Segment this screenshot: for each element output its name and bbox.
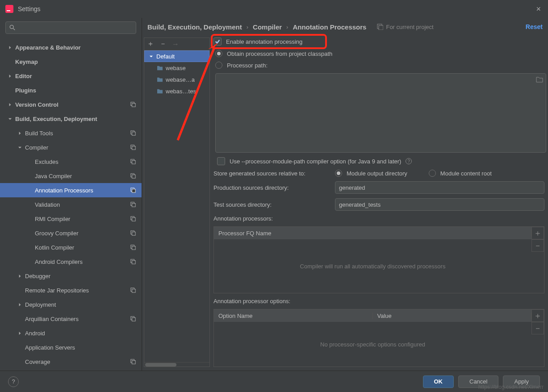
profile-default-label: Default — [156, 53, 175, 60]
nav-arquillian-containers[interactable]: Arquillian Containers — [0, 312, 142, 326]
obtain-radio[interactable] — [215, 50, 222, 57]
close-icon[interactable]: × — [534, 3, 543, 16]
nav-debugger[interactable]: Debugger — [0, 269, 142, 283]
svg-rect-31 — [132, 360, 135, 364]
prod-sources-input[interactable]: generated — [335, 181, 544, 194]
nav-label: Android — [25, 330, 137, 337]
project-scope-icon — [129, 145, 137, 150]
profiles-scrollbar[interactable] — [144, 362, 209, 367]
nav-label: Plugins — [15, 87, 137, 94]
svg-point-2 — [10, 25, 13, 29]
nav-label: RMI Compiler — [35, 216, 127, 222]
project-scope-icon — [129, 188, 137, 193]
nav-keymap[interactable]: Keymap — [0, 54, 142, 69]
nav-label: Kotlin Compiler — [35, 244, 127, 251]
crumb-build[interactable]: Build, Execution, Deployment — [147, 23, 242, 31]
ap-empty-text: Compiler will run all automatically disc… — [214, 239, 531, 293]
help-button[interactable]: ? — [8, 376, 19, 387]
app-icon — [5, 5, 13, 13]
profiles-toolbar: ＋ － → — [144, 38, 209, 50]
ok-button[interactable]: OK — [423, 375, 454, 388]
settings-search-input[interactable] — [5, 21, 136, 34]
remove-icon[interactable]: － — [159, 39, 167, 49]
nav-label: Excludes — [35, 158, 127, 165]
window-title: Settings — [18, 5, 41, 13]
watermark-text: https://blog.csdn.net/Xlmerr — [478, 384, 544, 390]
nav-version-control[interactable]: Version Control — [0, 97, 142, 112]
nav-android[interactable]: Android — [0, 326, 142, 340]
project-scope-icon — [129, 130, 137, 136]
move-to-icon: → — [172, 40, 179, 48]
nav-android-compilers[interactable]: Android Compilers — [0, 254, 142, 269]
profile-module-webase[interactable]: webase — [144, 62, 209, 74]
nav-coverage[interactable]: Coverage — [0, 354, 142, 369]
nav-annotation-processors[interactable]: Annotation Processors — [0, 183, 142, 197]
test-sources-row: Test sources directory: generated_tests — [213, 198, 544, 211]
project-scope-icon — [129, 159, 137, 164]
nav-label: Arquillian Containers — [25, 316, 127, 322]
browse-icon[interactable] — [536, 76, 543, 84]
options-panel: Enable annotation processing Obtain proc… — [213, 38, 544, 367]
nav-validation[interactable]: Validation — [0, 197, 142, 212]
enable-annotation-processing-row[interactable]: Enable annotation processing — [213, 38, 544, 46]
enable-checkbox[interactable] — [213, 38, 222, 46]
nav-plugins[interactable]: Plugins — [0, 83, 142, 97]
enable-label: Enable annotation processing — [226, 38, 302, 45]
obtain-processors-row[interactable]: Obtain processors from project classpath — [215, 50, 544, 57]
project-scope-icon — [129, 316, 137, 321]
module-path-label: Use --processor-module-path compiler opt… — [230, 158, 401, 165]
help-icon[interactable]: ? — [406, 158, 412, 164]
nav-label: Android Compilers — [35, 259, 127, 265]
profile-module-webastes[interactable]: webas…tes — [144, 85, 209, 97]
svg-rect-21 — [132, 232, 135, 235]
project-scope-icon — [129, 230, 137, 236]
apo-col-value: Value — [373, 313, 532, 319]
nav-compiler[interactable]: Compiler — [0, 140, 142, 154]
nav-deployment[interactable]: Deployment — [0, 297, 142, 312]
processor-path-input[interactable] — [215, 73, 546, 153]
nav-application-servers[interactable]: Application Servers — [0, 340, 142, 354]
nav-appearance-behavior[interactable]: Appearance & Behavior — [0, 40, 142, 54]
nav-build-tools[interactable]: Build Tools — [0, 126, 142, 140]
nav-build-execution-deployment[interactable]: Build, Execution, Deployment — [0, 112, 142, 126]
store-sources-row: Store generated sources relative to: Mod… — [213, 170, 544, 177]
crumb-compiler[interactable]: Compiler — [253, 23, 282, 31]
processor-path-radio[interactable] — [215, 62, 222, 69]
prod-sources-label: Production sources directory: — [213, 184, 330, 191]
apo-empty-text: No processor-specific options configured — [214, 322, 531, 367]
nav-groovy-compiler[interactable]: Groovy Compiler — [0, 226, 142, 240]
chevron-right-icon — [17, 131, 22, 135]
svg-rect-27 — [132, 289, 135, 292]
ap-add-button[interactable]: ＋ — [531, 227, 544, 239]
chevron-right-icon — [17, 331, 22, 335]
project-scope-icon — [129, 102, 137, 107]
nav-java-compiler[interactable]: Java Compiler — [0, 169, 142, 183]
profile-module-webasea[interactable]: webase…a — [144, 74, 209, 85]
reset-link[interactable]: Reset — [526, 23, 543, 30]
titlebar: Settings × — [0, 0, 548, 18]
profile-default[interactable]: Default — [144, 50, 209, 62]
svg-rect-1 — [7, 10, 10, 11]
add-icon[interactable]: ＋ — [147, 39, 154, 49]
module-path-checkbox[interactable] — [217, 157, 225, 165]
chevron-right-icon — [7, 74, 13, 78]
apo-remove-button[interactable]: － — [531, 322, 544, 334]
nav-editor[interactable]: Editor — [0, 69, 142, 83]
nav-kotlin-compiler[interactable]: Kotlin Compiler — [0, 240, 142, 254]
nav-label: Deployment — [25, 301, 137, 308]
processor-path-row[interactable]: Processor path: — [215, 62, 544, 69]
nav-rmi-compiler[interactable]: RMI Compiler — [0, 212, 142, 226]
apo-add-button[interactable]: ＋ — [531, 309, 544, 322]
nav-label: Remote Jar Repositories — [25, 287, 127, 294]
radio-module-output[interactable]: Module output directory — [335, 170, 407, 177]
annotation-processors-table: Processor FQ Name Compiler will run all … — [213, 226, 544, 293]
apo-col-option: Option Name — [214, 313, 373, 319]
svg-rect-5 — [132, 103, 135, 107]
nav-excludes[interactable]: Excludes — [0, 154, 142, 169]
ap-remove-button[interactable]: － — [531, 239, 544, 252]
nav-label: Compiler — [25, 144, 127, 151]
module-path-option-row[interactable]: Use --processor-module-path compiler opt… — [217, 157, 544, 165]
nav-remote-jar-repositories[interactable]: Remote Jar Repositories — [0, 283, 142, 297]
test-sources-input[interactable]: generated_tests — [335, 198, 544, 211]
radio-content-root[interactable]: Module content root — [429, 170, 492, 177]
